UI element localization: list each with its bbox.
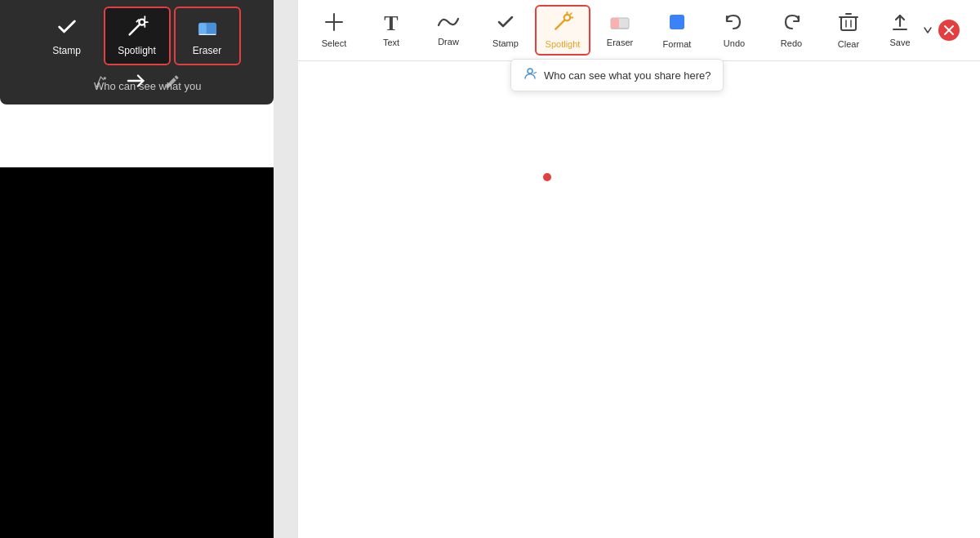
save-button-container: Save — [878, 5, 933, 56]
svg-rect-22 — [611, 18, 619, 29]
vertical-divider — [274, 0, 298, 538]
svg-line-35 — [534, 73, 537, 74]
left-spotlight-icon — [126, 16, 149, 42]
redo-label: Redo — [781, 38, 802, 48]
redo-icon — [781, 12, 802, 35]
clear-label: Clear — [838, 39, 859, 49]
main-eraser-icon — [609, 13, 630, 34]
svg-rect-24 — [670, 15, 684, 29]
stamp-icon — [56, 16, 78, 42]
draw-icon — [437, 14, 460, 33]
spotlight-button[interactable]: Spotlight — [535, 5, 590, 56]
undo-label: Undo — [724, 38, 745, 48]
main-stamp-icon — [496, 12, 515, 35]
clear-icon — [839, 11, 858, 36]
main-canvas[interactable] — [298, 61, 980, 538]
text-label: Text — [383, 38, 399, 47]
svg-line-11 — [100, 77, 103, 79]
text-icon: T — [384, 13, 398, 34]
svg-rect-7 — [198, 23, 206, 34]
format-icon — [666, 11, 688, 36]
format-label: Format — [663, 39, 692, 49]
left-spotlight-label: Spotlight — [118, 45, 156, 56]
svg-point-34 — [528, 69, 532, 73]
save-button[interactable]: Save — [878, 5, 922, 56]
select-button[interactable]: Select — [306, 5, 362, 56]
left-tooltip: Who can see what you — [94, 80, 202, 92]
save-label: Save — [889, 38, 910, 47]
stamp-button[interactable]: Stamp — [478, 5, 533, 56]
redo-button[interactable]: Redo — [764, 5, 819, 56]
save-dropdown-button[interactable] — [922, 5, 933, 56]
eraser-button[interactable]: Eraser — [592, 5, 648, 56]
select-label: Select — [322, 38, 347, 48]
sharing-tooltip-text: Who can see what you share here? — [544, 69, 711, 82]
save-icon — [890, 13, 910, 34]
left-tool-eraser[interactable]: Eraser — [174, 7, 241, 65]
left-tool-spotlight[interactable]: Spotlight — [104, 7, 171, 65]
main-eraser-label: Eraser — [607, 38, 633, 47]
main-spotlight-label: Spotlight — [546, 39, 581, 49]
spotlight-cursor-dot — [543, 173, 551, 181]
left-eraser-label: Eraser — [193, 45, 221, 56]
select-icon — [324, 12, 344, 35]
svg-line-20 — [570, 13, 572, 15]
left-tool-stamp[interactable]: Stamp — [33, 7, 100, 65]
svg-line-0 — [129, 25, 139, 35]
draw-label: Draw — [438, 37, 459, 47]
sharing-tooltip-icon — [523, 66, 537, 84]
sharing-tooltip: Who can see what you share here? — [510, 59, 724, 91]
svg-rect-25 — [841, 17, 856, 30]
undo-icon — [724, 12, 745, 35]
svg-point-1 — [139, 20, 145, 25]
black-canvas-area — [0, 167, 274, 538]
left-tooltip-text: Who can see what you — [94, 80, 202, 92]
undo-button[interactable]: Undo — [706, 5, 762, 56]
main-spotlight-icon — [552, 11, 573, 36]
close-button[interactable] — [938, 20, 960, 41]
svg-line-16 — [555, 20, 564, 29]
main-toolbar: Select T Text Draw Stamp — [298, 0, 980, 61]
left-stamp-label: Stamp — [52, 45, 81, 56]
clear-button[interactable]: Clear — [821, 5, 876, 56]
svg-point-17 — [564, 15, 571, 21]
svg-point-12 — [103, 77, 105, 79]
format-button[interactable]: Format — [649, 5, 705, 56]
main-stamp-label: Stamp — [492, 38, 519, 48]
left-eraser-icon — [196, 16, 219, 42]
draw-button[interactable]: Draw — [421, 5, 476, 56]
text-button[interactable]: T Text — [363, 5, 419, 56]
